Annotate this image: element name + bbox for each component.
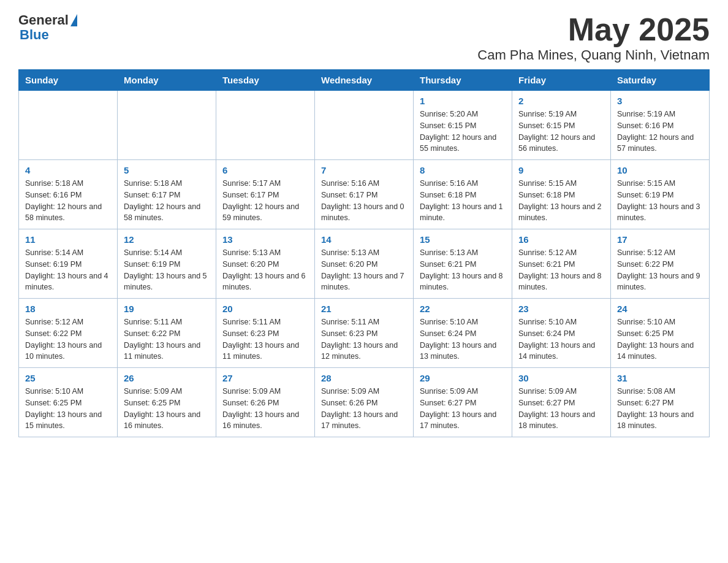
calendar-week-2: 4Sunrise: 5:18 AM Sunset: 6:16 PM Daylig… bbox=[19, 160, 710, 229]
calendar-cell: 15Sunrise: 5:13 AM Sunset: 6:21 PM Dayli… bbox=[414, 229, 512, 299]
calendar-cell: 12Sunrise: 5:14 AM Sunset: 6:19 PM Dayli… bbox=[118, 229, 216, 299]
day-of-week-wednesday: Wednesday bbox=[315, 70, 414, 91]
day-number: 23 bbox=[518, 304, 604, 314]
calendar-header: SundayMondayTuesdayWednesdayThursdayFrid… bbox=[19, 70, 710, 91]
title-block: May 2025 Cam Pha Mines, Quang Ninh, Viet… bbox=[477, 12, 710, 63]
calendar-cell: 26Sunrise: 5:09 AM Sunset: 6:25 PM Dayli… bbox=[118, 368, 216, 437]
day-number: 10 bbox=[617, 165, 703, 175]
logo: General Blue bbox=[18, 12, 77, 43]
day-number: 31 bbox=[617, 373, 703, 383]
day-number: 27 bbox=[222, 373, 308, 383]
calendar-cell bbox=[19, 91, 118, 160]
day-number: 18 bbox=[25, 304, 111, 314]
day-info: Sunrise: 5:15 AM Sunset: 6:18 PM Dayligh… bbox=[518, 178, 604, 224]
day-number: 7 bbox=[321, 165, 407, 175]
day-number: 3 bbox=[617, 96, 703, 106]
calendar-cell: 29Sunrise: 5:09 AM Sunset: 6:27 PM Dayli… bbox=[414, 368, 512, 437]
day-info: Sunrise: 5:16 AM Sunset: 6:17 PM Dayligh… bbox=[321, 178, 407, 224]
calendar-cell: 10Sunrise: 5:15 AM Sunset: 6:19 PM Dayli… bbox=[611, 160, 710, 229]
day-of-week-saturday: Saturday bbox=[611, 70, 710, 91]
day-info: Sunrise: 5:17 AM Sunset: 6:17 PM Dayligh… bbox=[222, 178, 308, 224]
calendar-cell: 14Sunrise: 5:13 AM Sunset: 6:20 PM Dayli… bbox=[315, 229, 414, 299]
day-number: 1 bbox=[420, 96, 506, 106]
day-info: Sunrise: 5:14 AM Sunset: 6:19 PM Dayligh… bbox=[25, 247, 111, 293]
day-of-week-thursday: Thursday bbox=[414, 70, 512, 91]
day-number: 20 bbox=[222, 304, 308, 314]
calendar-week-5: 25Sunrise: 5:10 AM Sunset: 6:25 PM Dayli… bbox=[19, 368, 710, 437]
day-number: 24 bbox=[617, 304, 703, 314]
calendar-cell: 3Sunrise: 5:19 AM Sunset: 6:16 PM Daylig… bbox=[611, 91, 710, 160]
day-info: Sunrise: 5:13 AM Sunset: 6:20 PM Dayligh… bbox=[222, 247, 308, 293]
day-number: 11 bbox=[25, 234, 111, 245]
calendar-week-1: 1Sunrise: 5:20 AM Sunset: 6:15 PM Daylig… bbox=[19, 91, 710, 160]
day-of-week-monday: Monday bbox=[118, 70, 216, 91]
calendar-cell: 17Sunrise: 5:12 AM Sunset: 6:22 PM Dayli… bbox=[611, 229, 710, 299]
day-info: Sunrise: 5:08 AM Sunset: 6:27 PM Dayligh… bbox=[617, 386, 703, 432]
day-number: 16 bbox=[518, 234, 604, 245]
day-info: Sunrise: 5:09 AM Sunset: 6:25 PM Dayligh… bbox=[124, 386, 210, 432]
day-info: Sunrise: 5:14 AM Sunset: 6:19 PM Dayligh… bbox=[124, 247, 210, 293]
day-info: Sunrise: 5:19 AM Sunset: 6:16 PM Dayligh… bbox=[617, 109, 703, 155]
day-number: 19 bbox=[124, 304, 210, 314]
calendar-cell: 1Sunrise: 5:20 AM Sunset: 6:15 PM Daylig… bbox=[414, 91, 512, 160]
calendar-cell: 27Sunrise: 5:09 AM Sunset: 6:26 PM Dayli… bbox=[216, 368, 315, 437]
day-info: Sunrise: 5:10 AM Sunset: 6:25 PM Dayligh… bbox=[25, 386, 111, 432]
day-number: 21 bbox=[321, 304, 407, 314]
day-info: Sunrise: 5:10 AM Sunset: 6:25 PM Dayligh… bbox=[617, 316, 703, 362]
day-of-week-tuesday: Tuesday bbox=[216, 70, 315, 91]
day-info: Sunrise: 5:11 AM Sunset: 6:23 PM Dayligh… bbox=[321, 316, 407, 362]
day-number: 25 bbox=[25, 373, 111, 383]
day-number: 8 bbox=[420, 165, 506, 175]
day-of-week-friday: Friday bbox=[512, 70, 611, 91]
day-info: Sunrise: 5:20 AM Sunset: 6:15 PM Dayligh… bbox=[420, 109, 506, 155]
page-header: General Blue May 2025 Cam Pha Mines, Qua… bbox=[18, 12, 710, 63]
calendar-cell: 30Sunrise: 5:09 AM Sunset: 6:27 PM Dayli… bbox=[512, 368, 611, 437]
calendar-cell: 18Sunrise: 5:12 AM Sunset: 6:22 PM Dayli… bbox=[19, 299, 118, 368]
calendar-cell: 9Sunrise: 5:15 AM Sunset: 6:18 PM Daylig… bbox=[512, 160, 611, 229]
day-info: Sunrise: 5:15 AM Sunset: 6:19 PM Dayligh… bbox=[617, 178, 703, 224]
day-number: 29 bbox=[420, 373, 506, 383]
day-info: Sunrise: 5:12 AM Sunset: 6:21 PM Dayligh… bbox=[518, 247, 604, 293]
calendar-cell: 4Sunrise: 5:18 AM Sunset: 6:16 PM Daylig… bbox=[19, 160, 118, 229]
day-info: Sunrise: 5:09 AM Sunset: 6:26 PM Dayligh… bbox=[222, 386, 308, 432]
logo-text-general: General bbox=[18, 12, 69, 28]
day-info: Sunrise: 5:11 AM Sunset: 6:23 PM Dayligh… bbox=[222, 316, 308, 362]
calendar-cell: 28Sunrise: 5:09 AM Sunset: 6:26 PM Dayli… bbox=[315, 368, 414, 437]
day-number: 9 bbox=[518, 165, 604, 175]
page-title: May 2025 bbox=[477, 12, 710, 47]
calendar-week-3: 11Sunrise: 5:14 AM Sunset: 6:19 PM Dayli… bbox=[19, 229, 710, 299]
day-info: Sunrise: 5:10 AM Sunset: 6:24 PM Dayligh… bbox=[420, 316, 506, 362]
calendar-cell: 5Sunrise: 5:18 AM Sunset: 6:17 PM Daylig… bbox=[118, 160, 216, 229]
calendar-cell: 31Sunrise: 5:08 AM Sunset: 6:27 PM Dayli… bbox=[611, 368, 710, 437]
day-number: 22 bbox=[420, 304, 506, 314]
day-info: Sunrise: 5:13 AM Sunset: 6:20 PM Dayligh… bbox=[321, 247, 407, 293]
day-number: 26 bbox=[124, 373, 210, 383]
calendar-cell: 21Sunrise: 5:11 AM Sunset: 6:23 PM Dayli… bbox=[315, 299, 414, 368]
day-info: Sunrise: 5:09 AM Sunset: 6:27 PM Dayligh… bbox=[420, 386, 506, 432]
calendar-cell: 16Sunrise: 5:12 AM Sunset: 6:21 PM Dayli… bbox=[512, 229, 611, 299]
calendar-table: SundayMondayTuesdayWednesdayThursdayFrid… bbox=[18, 69, 710, 437]
calendar-cell: 25Sunrise: 5:10 AM Sunset: 6:25 PM Dayli… bbox=[19, 368, 118, 437]
day-of-week-sunday: Sunday bbox=[19, 70, 118, 91]
day-info: Sunrise: 5:09 AM Sunset: 6:26 PM Dayligh… bbox=[321, 386, 407, 432]
calendar-cell: 7Sunrise: 5:16 AM Sunset: 6:17 PM Daylig… bbox=[315, 160, 414, 229]
day-number: 14 bbox=[321, 234, 407, 245]
day-info: Sunrise: 5:11 AM Sunset: 6:22 PM Dayligh… bbox=[124, 316, 210, 362]
calendar-cell bbox=[216, 91, 315, 160]
day-number: 4 bbox=[25, 165, 111, 175]
calendar-week-4: 18Sunrise: 5:12 AM Sunset: 6:22 PM Dayli… bbox=[19, 299, 710, 368]
day-number: 30 bbox=[518, 373, 604, 383]
calendar-cell: 24Sunrise: 5:10 AM Sunset: 6:25 PM Dayli… bbox=[611, 299, 710, 368]
day-info: Sunrise: 5:12 AM Sunset: 6:22 PM Dayligh… bbox=[25, 316, 111, 362]
calendar-cell: 11Sunrise: 5:14 AM Sunset: 6:19 PM Dayli… bbox=[19, 229, 118, 299]
day-number: 12 bbox=[124, 234, 210, 245]
day-info: Sunrise: 5:10 AM Sunset: 6:24 PM Dayligh… bbox=[518, 316, 604, 362]
calendar-cell: 22Sunrise: 5:10 AM Sunset: 6:24 PM Dayli… bbox=[414, 299, 512, 368]
calendar-cell: 13Sunrise: 5:13 AM Sunset: 6:20 PM Dayli… bbox=[216, 229, 315, 299]
day-number: 15 bbox=[420, 234, 506, 245]
day-info: Sunrise: 5:18 AM Sunset: 6:16 PM Dayligh… bbox=[25, 178, 111, 224]
calendar-cell: 20Sunrise: 5:11 AM Sunset: 6:23 PM Dayli… bbox=[216, 299, 315, 368]
calendar-cell: 8Sunrise: 5:16 AM Sunset: 6:18 PM Daylig… bbox=[414, 160, 512, 229]
calendar-cell: 19Sunrise: 5:11 AM Sunset: 6:22 PM Dayli… bbox=[118, 299, 216, 368]
day-info: Sunrise: 5:13 AM Sunset: 6:21 PM Dayligh… bbox=[420, 247, 506, 293]
